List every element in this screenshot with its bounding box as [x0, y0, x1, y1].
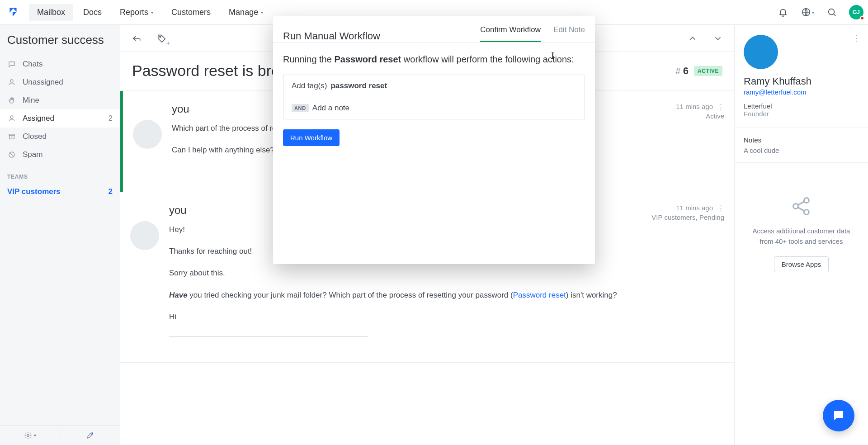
- workflow-action-row: Add tag(s) password reset: [283, 75, 585, 97]
- run-workflow-button[interactable]: Run Workflow: [283, 129, 340, 146]
- tab-confirm-workflow[interactable]: Confirm Workflow: [480, 25, 541, 42]
- workflow-description: Running the Password reset workflow will…: [283, 54, 585, 65]
- modal-body: Running the Password reset workflow will…: [273, 43, 595, 119]
- workflow-actions-list: Add tag(s) password reset AND Add a note: [283, 75, 585, 119]
- modal-title: Run Manual Workflow: [283, 30, 380, 42]
- modal-header: Run Manual Workflow Confirm Workflow Edi…: [273, 16, 595, 42]
- modal-overlay: Run Manual Workflow Confirm Workflow Edi…: [0, 0, 868, 445]
- and-badge: AND: [292, 104, 309, 112]
- workflow-action-row: AND Add a note: [283, 97, 585, 119]
- tab-edit-note[interactable]: Edit Note: [553, 25, 585, 42]
- run-workflow-modal: Run Manual Workflow Confirm Workflow Edi…: [273, 16, 595, 264]
